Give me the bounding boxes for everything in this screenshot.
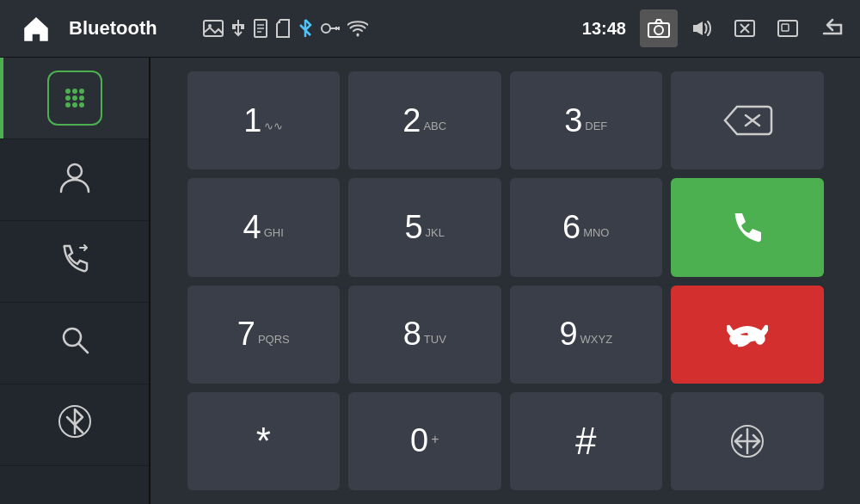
calls-icon	[56, 239, 94, 285]
dial-hash-button[interactable]: #	[510, 392, 663, 490]
svg-point-19	[64, 329, 81, 346]
dial-8-button[interactable]: 8 TUV	[348, 286, 501, 384]
svg-point-16	[72, 102, 77, 108]
dial-0-button[interactable]: 0 +	[348, 392, 501, 490]
sdcard-icon	[275, 19, 291, 38]
close-button[interactable]	[726, 9, 764, 47]
dial-star-label: *	[256, 420, 271, 463]
dial-star-button[interactable]: *	[187, 392, 341, 490]
dial-9-label: 9	[559, 316, 577, 353]
svg-point-15	[65, 102, 71, 108]
dial-6-sub: MNO	[583, 226, 609, 239]
sidebar	[0, 58, 150, 504]
sidebar-item-search[interactable]	[0, 303, 149, 384]
svg-point-11	[79, 89, 84, 94]
sidebar-item-dialpad[interactable]	[0, 58, 149, 139]
svg-point-13	[72, 95, 77, 101]
dial-2-button[interactable]: 2 ABC	[348, 71, 501, 169]
dial-0-label: 0	[410, 422, 428, 459]
file-icon	[253, 19, 268, 38]
dial-2-label: 2	[402, 102, 421, 139]
backspace-icon	[722, 103, 773, 138]
image-icon	[203, 20, 224, 37]
dial-5-button[interactable]: 5 JKL	[348, 178, 501, 276]
minimize-button[interactable]	[769, 9, 807, 47]
sidebar-item-calls[interactable]	[0, 221, 149, 303]
dial-1-sub: ∿∿	[264, 120, 283, 132]
status-bar: Bluetooth	[0, 0, 860, 58]
dial-7-button[interactable]: 7 PQRS	[187, 286, 341, 384]
call-icon	[728, 208, 766, 246]
dial-5-sub: JKL	[426, 226, 445, 239]
dial-0-sub: +	[431, 432, 439, 447]
svg-point-14	[79, 95, 84, 101]
back-button[interactable]	[812, 9, 850, 47]
dial-4-label: 4	[243, 209, 261, 246]
dial-1-label: 1	[243, 102, 261, 139]
bluetooth-icon	[56, 403, 94, 448]
svg-point-12	[65, 95, 71, 101]
page-title: Bluetooth	[69, 17, 189, 40]
key-icon	[320, 22, 341, 35]
dial-5-label: 5	[404, 209, 422, 246]
bluetooth-status-icon	[298, 18, 313, 39]
dial-3-button[interactable]: 3 DEF	[510, 71, 663, 169]
dial-8-label: 8	[403, 316, 421, 353]
usb-icon	[230, 18, 246, 39]
sidebar-item-contacts[interactable]	[0, 139, 149, 221]
hangup-button[interactable]	[671, 286, 824, 384]
dial-1-button[interactable]: 1 ∿∿	[187, 71, 341, 169]
svg-point-3	[322, 24, 330, 33]
dialpad-icon	[47, 71, 102, 126]
svg-point-18	[68, 164, 82, 178]
dial-6-label: 6	[562, 209, 580, 246]
svg-rect-0	[204, 21, 223, 36]
svg-point-5	[654, 26, 663, 34]
wifi-icon	[347, 20, 368, 37]
svg-rect-8	[782, 24, 789, 31]
content-area: 1 ∿∿ 2 ABC 3 DEF	[150, 58, 860, 504]
volume-button[interactable]	[683, 9, 721, 47]
backspace-button[interactable]	[671, 71, 824, 169]
dial-3-label: 3	[564, 102, 582, 139]
sidebar-item-bluetooth[interactable]	[0, 384, 149, 466]
status-time: 13:48	[582, 19, 626, 39]
status-right-icons	[640, 9, 850, 47]
search-icon	[56, 321, 94, 366]
swap-button[interactable]	[671, 392, 824, 490]
status-icons	[203, 18, 568, 39]
dial-7-sub: PQRS	[258, 333, 290, 346]
camera-button[interactable]	[640, 9, 678, 47]
main-area: 1 ∿∿ 2 ABC 3 DEF	[0, 58, 860, 504]
dial-4-button[interactable]: 4 GHI	[187, 178, 341, 276]
call-button[interactable]	[671, 178, 824, 276]
dial-6-button[interactable]: 6 MNO	[510, 178, 663, 276]
hangup-icon	[727, 321, 768, 348]
dial-hash-label: #	[575, 420, 596, 463]
dialpad-grid: 1 ∿∿ 2 ABC 3 DEF	[187, 71, 824, 490]
home-button[interactable]	[10, 13, 62, 44]
dial-2-sub: ABC	[423, 120, 446, 132]
dial-9-button[interactable]: 9 WXYZ	[510, 286, 663, 384]
dial-8-sub: TUV	[424, 333, 446, 346]
svg-point-17	[79, 102, 84, 108]
dial-9-sub: WXYZ	[580, 333, 613, 346]
dial-7-label: 7	[237, 316, 255, 353]
swap-icon	[728, 422, 766, 460]
svg-point-10	[72, 89, 77, 94]
svg-point-9	[65, 89, 71, 94]
dial-3-sub: DEF	[585, 120, 607, 132]
dial-4-sub: GHI	[264, 226, 284, 239]
contacts-icon	[56, 157, 94, 203]
